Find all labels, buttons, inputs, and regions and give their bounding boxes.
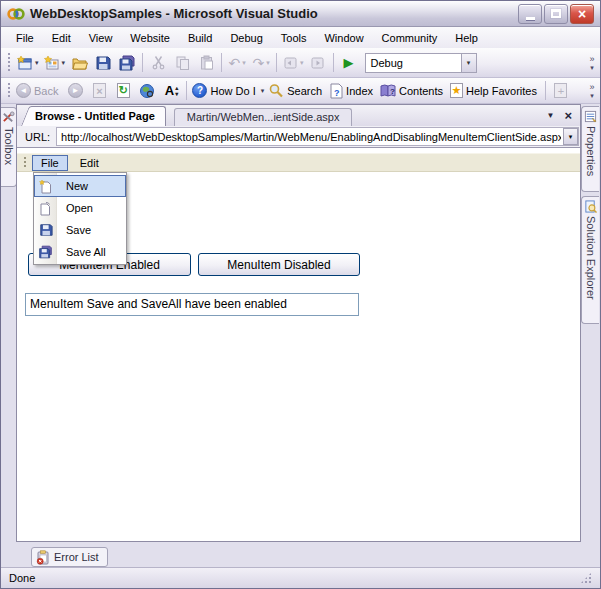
toolbar-separator (142, 53, 143, 72)
tab-browse-untitled-page[interactable]: Browse - Untitled Page (31, 106, 166, 126)
help-favorites-button[interactable]: ★ Help Favorites (448, 79, 542, 102)
resize-grip[interactable] (580, 572, 592, 584)
toolbox-icon (2, 111, 15, 124)
refresh-button[interactable]: ↻ (111, 79, 135, 102)
menu-item-save-all[interactable]: Save All (34, 241, 126, 263)
browser-page: File Edit New (17, 148, 580, 541)
navigate-backward-button-disabled[interactable]: ▾ (280, 51, 306, 74)
stop-button-disabled[interactable]: × (87, 79, 111, 102)
copy-button-disabled[interactable] (170, 51, 194, 74)
error-list-tab[interactable]: Error List (31, 547, 108, 567)
url-label: URL: (25, 131, 50, 143)
properties-label: Properties (585, 126, 597, 176)
toolbar-grip[interactable] (7, 82, 11, 100)
contents-label: Contents (399, 85, 443, 97)
menu-help[interactable]: Help (446, 30, 487, 46)
save-icon (95, 55, 111, 71)
maximize-button[interactable] (544, 4, 568, 24)
forward-button-disabled[interactable]: ► (63, 79, 87, 102)
navigate-forward-button-disabled[interactable] (306, 51, 330, 74)
how-do-i-button[interactable]: ? How Do I ▾ (190, 79, 266, 102)
menu-item-save[interactable]: Save (34, 219, 126, 241)
properties-icon (584, 110, 597, 123)
solution-explorer-tab[interactable]: Solution Explorer (581, 196, 599, 324)
open-file-button[interactable] (67, 51, 91, 74)
tab-close-button[interactable]: × (564, 109, 572, 122)
web-menu-bar: File Edit (17, 153, 580, 172)
url-input[interactable]: http://localhost/WebDesktopSamples/Marti… (56, 127, 579, 146)
search-web-button[interactable] (135, 79, 159, 102)
web-menu-edit[interactable]: Edit (71, 155, 108, 171)
copy-icon (175, 55, 190, 70)
menu-window[interactable]: Window (315, 30, 372, 46)
menu-edit[interactable]: Edit (43, 30, 80, 46)
result-textbox[interactable]: MenuItem Save and SaveAll have been enab… (25, 293, 359, 316)
web-menu-file[interactable]: File (32, 155, 68, 171)
overflow-down-icon: ▾ (590, 64, 594, 71)
text-size-button[interactable]: A ▴ ▾ (159, 79, 183, 102)
stop-x-glyph: × (96, 85, 102, 97)
overflow-down-icon: ▾ (590, 92, 594, 99)
search-button[interactable]: Search (266, 79, 327, 102)
index-button[interactable]: ? Index (327, 79, 378, 102)
add-new-item-button[interactable]: ▾ (41, 51, 68, 74)
toolbar-overflow-button[interactable]: » ▾ (586, 55, 598, 71)
right-tool-strip: Properties Solution Explorer (580, 104, 600, 567)
new-project-icon (16, 55, 33, 71)
add-page-icon: + (554, 83, 567, 98)
document-window: Browse - Untitled Page Martin/WebMen...i… (16, 104, 581, 542)
combo-dropdown-button[interactable]: ▾ (461, 54, 476, 72)
save-button[interactable] (91, 51, 115, 74)
menu-tools[interactable]: Tools (272, 30, 316, 46)
font-size-arrows-icon: ▴ ▾ (175, 85, 178, 97)
toolbox-tab[interactable]: Toolbox (1, 107, 17, 187)
start-debugging-button[interactable]: ▶ (337, 51, 361, 74)
paste-button-disabled[interactable] (194, 51, 218, 74)
menu-item-new[interactable]: New (34, 175, 126, 197)
solution-configurations-combo[interactable]: Debug ▾ (365, 53, 477, 73)
open-folder-icon (71, 55, 88, 71)
properties-tab[interactable]: Properties (581, 106, 599, 192)
minimize-button[interactable] (518, 4, 542, 24)
navigate-backward-icon (282, 56, 298, 70)
overflow-chevron-icon: » (589, 55, 594, 64)
menu-build[interactable]: Build (179, 30, 221, 46)
error-list-icon (36, 550, 50, 565)
tab-list-button[interactable]: ▼ (546, 111, 554, 120)
save-all-button[interactable] (115, 51, 139, 74)
toolbar-separator (545, 81, 546, 100)
toolbar-separator (221, 53, 222, 72)
menu-community[interactable]: Community (373, 30, 447, 46)
open-document-icon (38, 201, 53, 216)
down-arrow-glyph: ▾ (175, 91, 178, 97)
url-dropdown-button[interactable]: ▾ (563, 128, 578, 145)
toolbar-separator (333, 53, 334, 72)
close-button[interactable]: × (570, 4, 594, 24)
tab-martin-webmenu-aspx[interactable]: Martin/WebMen...ientSide.aspx (174, 108, 353, 126)
back-circle-icon: ◄ (16, 83, 31, 98)
toolbar-grip[interactable] (7, 52, 11, 72)
redo-button-disabled[interactable]: ↷ ▾ (249, 51, 273, 74)
index-label: Index (346, 85, 373, 97)
visual-studio-logo-icon (7, 6, 25, 22)
menu-item-label: Open (57, 202, 93, 214)
undo-button-disabled[interactable]: ↶ ▾ (225, 51, 249, 74)
save-all-icon (118, 55, 136, 71)
main-area: Toolbox Properties Solution Explorer (1, 104, 600, 567)
menu-item-open[interactable]: Open (34, 197, 126, 219)
svg-text:?: ? (334, 88, 340, 98)
menuitem-disabled-button[interactable]: MenuItem Disabled (198, 253, 360, 276)
menu-website[interactable]: Website (121, 30, 179, 46)
menu-file[interactable]: File (7, 30, 43, 46)
back-button-disabled[interactable]: ◄ Back (14, 79, 63, 102)
solution-explorer-icon (584, 200, 597, 213)
play-icon: ▶ (344, 56, 354, 69)
toolbar-overflow-button[interactable]: » ▾ (586, 83, 598, 99)
new-project-button[interactable]: ▾ (14, 51, 41, 74)
menu-view[interactable]: View (80, 30, 122, 46)
menu-debug[interactable]: Debug (221, 30, 271, 46)
contents-button[interactable]: ? Contents (378, 79, 448, 102)
toolbar-separator (186, 81, 187, 100)
add-to-favorites-button-disabled[interactable]: + (549, 79, 573, 102)
cut-button-disabled[interactable] (146, 51, 170, 74)
